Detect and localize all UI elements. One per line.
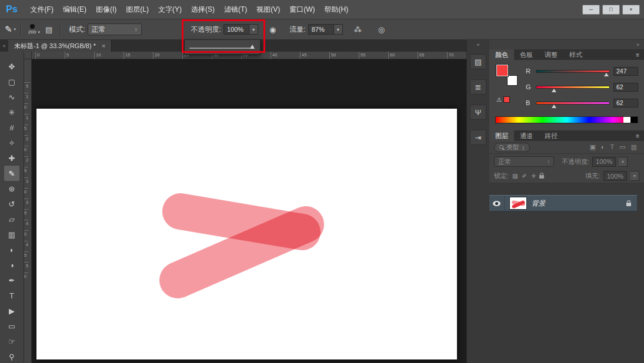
canvas[interactable] [36, 109, 457, 359]
quick-selection-tool[interactable]: ✳ [4, 105, 19, 120]
lock-pixels-icon[interactable]: ✐ [522, 173, 527, 179]
crop-tool[interactable]: # [4, 120, 19, 135]
lasso-tool[interactable]: ∿ [4, 89, 19, 105]
opacity-dropdown-button[interactable]: ▾ [249, 24, 258, 35]
rectangle-tool[interactable]: ▭ [4, 318, 19, 334]
menu-item[interactable]: 滤镜(T) [219, 2, 252, 18]
white-swatch[interactable] [623, 117, 630, 123]
eraser-tool[interactable]: ▱ [4, 211, 19, 227]
pen-pressure-size-icon[interactable]: ◎ [375, 26, 388, 33]
lock-position-icon[interactable]: ✛ [531, 173, 536, 179]
smart-object-filter-icon[interactable]: ▥ [631, 144, 637, 150]
flow-dropdown-button[interactable]: ▾ [334, 24, 343, 35]
maximize-button[interactable]: □ [602, 5, 620, 15]
rectangular-marquee-tool[interactable]: ▢ [4, 74, 19, 89]
layer-blend-mode-dropdown[interactable]: 正常 ↕ [494, 156, 554, 167]
path-selection-tool[interactable]: ▶ [4, 303, 19, 318]
vertical-ruler[interactable]: 5101520253035404550 [24, 59, 32, 363]
layer-opacity-value[interactable]: 100% [592, 157, 616, 167]
layer-opacity-dropdown[interactable]: ▾ [619, 157, 628, 167]
gradient-tool[interactable]: ▥ [4, 227, 19, 242]
foreground-color-swatch[interactable] [496, 65, 508, 76]
gamut-color-swatch[interactable] [503, 96, 510, 103]
lock-transparency-icon[interactable]: ▨ [512, 173, 518, 179]
slider-thumb[interactable] [604, 73, 609, 76]
menu-item[interactable]: 窗口(W) [285, 2, 319, 18]
close-button[interactable]: × [622, 5, 640, 15]
dock-expand-arrow[interactable]: « [467, 40, 489, 49]
spot-healing-brush-tool[interactable]: ✚ [4, 150, 19, 166]
blue-channel-value[interactable]: 62 [613, 99, 638, 107]
fill-dropdown[interactable]: ▾ [630, 171, 639, 181]
toggle-brush-panel-button[interactable]: ▤ [42, 26, 55, 33]
airbrush-icon[interactable]: ⁂ [351, 26, 365, 33]
dodge-tool[interactable]: ◑ [4, 257, 19, 273]
menu-item[interactable]: 图像(I) [91, 2, 121, 18]
clone-stamp-tool[interactable]: ⊛ [4, 181, 19, 196]
lock-all-icon[interactable] [539, 175, 544, 179]
warning-icon[interactable]: ⚠ [496, 97, 502, 103]
pixel-layer-filter-icon[interactable]: ▣ [589, 144, 595, 150]
panel-menu-icon[interactable]: ≡ [631, 49, 644, 60]
panel-tab[interactable]: 样式 [563, 49, 588, 60]
green-channel-value[interactable]: 62 [613, 83, 638, 92]
layer-row-background[interactable]: 背景 [489, 195, 637, 211]
menu-item[interactable]: 编辑(E) [58, 2, 91, 18]
panel-tab[interactable]: 颜色 [489, 49, 514, 60]
type-tool[interactable]: T [4, 288, 19, 303]
history-brush-tool[interactable]: ↺ [4, 196, 19, 211]
slider-thumb[interactable] [552, 89, 556, 92]
opacity-slider-thumb[interactable] [250, 45, 255, 49]
blend-mode-dropdown[interactable]: 正常 ↕ [88, 23, 142, 35]
panel-tab[interactable]: 色板 [514, 49, 539, 60]
minimize-button[interactable]: ─ [582, 5, 600, 15]
eyedropper-tool[interactable]: ✧ [4, 135, 19, 150]
slider-thumb[interactable] [552, 105, 556, 108]
brush-panel-icon[interactable]: ▤ [470, 54, 486, 69]
brush-tool[interactable]: ✎ [4, 166, 19, 181]
brush-preset-picker[interactable]: 200 ▾ [28, 24, 40, 35]
opacity-slider-track[interactable] [189, 48, 251, 49]
menu-item[interactable]: 视图(V) [252, 2, 285, 18]
background-color-swatch[interactable] [507, 75, 518, 86]
clone-source-panel-icon[interactable]: ≣ [470, 79, 486, 95]
color-spectrum-bar[interactable] [495, 116, 638, 123]
opacity-value-field[interactable]: 100% [223, 24, 249, 35]
black-swatch[interactable] [630, 117, 638, 123]
flow-value-field[interactable]: 87% [308, 24, 334, 35]
blur-tool[interactable]: ◗ [4, 242, 19, 257]
hand-tool[interactable]: ☞ [4, 334, 19, 349]
zoom-tool[interactable]: ⚲ [4, 349, 19, 363]
panel-tab[interactable]: 路径 [539, 130, 563, 141]
type-layer-filter-icon[interactable]: T [610, 144, 614, 150]
pen-pressure-opacity-icon[interactable]: ◉ [266, 26, 279, 33]
red-channel-slider[interactable] [536, 70, 610, 73]
move-tool[interactable]: ✥ [4, 59, 19, 74]
menu-item[interactable]: 文件(F) [26, 2, 58, 18]
dock-collapse-arrow[interactable]: » [489, 40, 644, 49]
layer-filter-dropdown[interactable]: 类型 ↕ [494, 143, 530, 152]
active-tool-preview[interactable]: ✎ ▾ [5, 24, 16, 35]
notes-panel-icon[interactable]: ⇥ [470, 130, 486, 145]
green-channel-slider[interactable] [536, 86, 610, 89]
visibility-cell[interactable] [489, 196, 505, 211]
blue-channel-slider[interactable] [536, 102, 610, 105]
adjustment-layer-filter-icon[interactable]: ◐ [601, 144, 605, 150]
pen-tool[interactable]: ✒ [4, 273, 19, 288]
menu-item[interactable]: 图层(L) [121, 2, 154, 18]
panel-tab[interactable]: 通道 [514, 130, 539, 141]
shape-layer-filter-icon[interactable]: ▭ [619, 144, 625, 150]
panel-menu-icon[interactable]: ≡ [631, 130, 644, 141]
menu-item[interactable]: 帮助(H) [320, 2, 353, 18]
layer-thumbnail[interactable] [509, 197, 527, 210]
red-channel-value[interactable]: 247 [613, 67, 638, 76]
panel-tab[interactable]: 图层 [489, 130, 514, 141]
tool-presets-panel-icon[interactable]: Ψ [470, 105, 486, 120]
tools-panel-expand-arrow[interactable]: » [0, 40, 8, 52]
panel-tab[interactable]: 调整 [539, 49, 563, 60]
fill-value[interactable]: 100% [603, 171, 627, 181]
menu-item[interactable]: 文字(Y) [154, 2, 186, 18]
close-icon[interactable]: × [102, 42, 105, 49]
document-tab[interactable]: 未标题-1 @ 33.3%(RGB/8) * × [8, 40, 112, 52]
menu-item[interactable]: 选择(S) [186, 2, 219, 18]
